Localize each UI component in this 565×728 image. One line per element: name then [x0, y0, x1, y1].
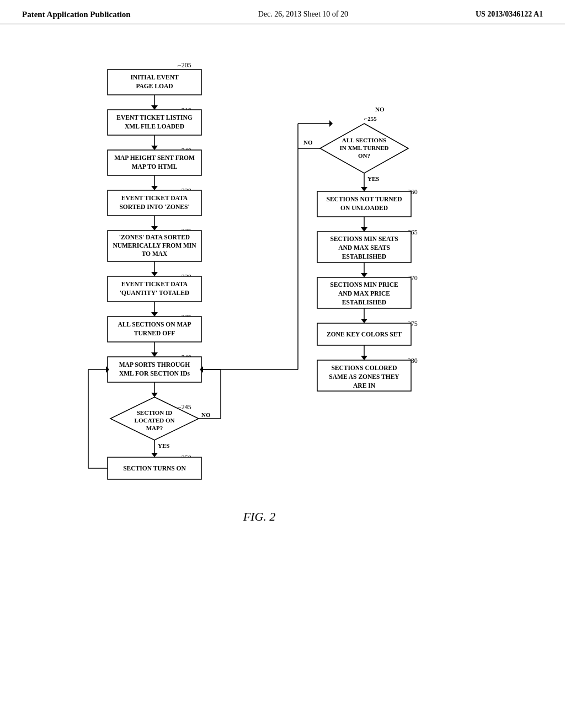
header-patent-number: US 2013/0346122 A1	[476, 10, 543, 19]
text-255-3: ON?	[358, 152, 370, 159]
text-280-1: SECTIONS COLORED	[331, 365, 397, 371]
text-240a-2: MAP TO HTML	[132, 163, 178, 170]
text-280-2: SAME AS ZONES THEY	[329, 373, 399, 380]
box-240a	[108, 150, 201, 175]
main-content: ⌐205 INITIAL EVENT PAGE LOAD ⌐210 EVENT …	[0, 24, 565, 683]
arrowhead-240-245	[151, 393, 158, 397]
label-yes-255: YES	[367, 175, 379, 182]
figure-caption: FIG. 2	[243, 510, 276, 523]
arrowhead-255-yes	[361, 187, 367, 191]
box-220	[108, 190, 201, 216]
arrowhead-205-210	[151, 105, 158, 110]
text-220-2: SORTED INTO 'ZONES'	[119, 204, 189, 210]
arrowhead-to-255	[329, 120, 333, 127]
text-225-2: NUMERICALLY FROM MIN	[113, 242, 196, 249]
arrowhead-275-280	[361, 356, 367, 360]
text-245-1: SECTION ID	[137, 409, 173, 416]
text-240b-2: XML FOR SECTION IDs	[119, 370, 190, 377]
text-275: ZONE KEY COLORS SET	[327, 331, 402, 338]
ref-255: ⌐255	[364, 115, 377, 122]
text-235-2: TURNED OFF	[134, 330, 175, 336]
arrowhead-245-yes	[151, 453, 158, 457]
arrowhead-270-275	[361, 319, 367, 323]
text-250: SECTION TURNS ON	[123, 465, 186, 472]
arrowhead-260-265	[361, 227, 367, 232]
text-205-1: INITIAL EVENT	[130, 74, 179, 81]
text-220-1: EVENT TICKET DATA	[121, 195, 188, 201]
text-270-2: AND MAX PRICE	[338, 290, 390, 297]
text-210-1: EVENT TICKET LISTING	[116, 114, 192, 121]
arrowhead-265-270	[361, 273, 367, 277]
header-date-sheet: Dec. 26, 2013 Sheet 10 of 20	[258, 10, 348, 19]
ref-205: ⌐205	[178, 61, 191, 69]
text-240b-1: MAP SORTS THROUGH	[119, 361, 190, 368]
text-255-1: ALL SECTIONS	[342, 137, 386, 143]
box-205	[108, 69, 201, 95]
text-260-2: ON UNLOADED	[340, 205, 388, 211]
text-235-1: ALL SECTIONS ON MAP	[118, 321, 191, 328]
text-255-2: IN XML TURNED	[339, 144, 388, 151]
text-265-1: SECTIONS MIN SEATS	[330, 235, 398, 242]
text-240a-1: MAP HEIGHT SENT FROM	[114, 154, 195, 161]
arrowhead-230-235	[151, 312, 158, 317]
text-280-3: ARE IN	[353, 382, 376, 389]
label-no-245: NO	[201, 411, 211, 418]
arrowhead-235-240	[151, 352, 158, 357]
box-210	[108, 110, 201, 135]
text-260-1: SECTIONS NOT TURNED	[327, 196, 402, 202]
label-no-255: NO	[303, 139, 313, 146]
header-publication-label: Patent Application Publication	[22, 10, 131, 19]
page-header: Patent Application Publication Dec. 26, …	[0, 0, 565, 24]
box-260	[317, 191, 411, 217]
text-230-2: 'QUANTITY' TOTALED	[120, 290, 189, 296]
arrowhead-210-240a	[151, 146, 158, 150]
text-225-3: TO MAX	[142, 250, 168, 257]
label-no-top: NO	[375, 106, 385, 113]
box-230	[108, 276, 201, 302]
text-225-1: 'ZONES' DATA SORTED	[119, 234, 190, 240]
text-270-1: SECTIONS MIN PRICE	[330, 281, 398, 288]
label-yes-245: YES	[158, 442, 169, 449]
text-205-2: PAGE LOAD	[136, 83, 173, 89]
box-235	[108, 317, 201, 342]
text-265-3: ESTABLISHED	[342, 253, 386, 260]
text-210-2: XML FILE LOADED	[125, 123, 184, 130]
text-270-3: ESTABLISHED	[342, 299, 386, 306]
text-245-2: LOCATED ON	[135, 417, 175, 424]
text-230-1: EVENT TICKET DATA	[121, 281, 188, 287]
arrowhead-225-230	[151, 272, 158, 276]
text-245-3: MAP?	[146, 425, 163, 431]
arrowhead-240a-220	[151, 186, 158, 190]
arrowhead-220-225	[151, 226, 158, 231]
flowchart-diagram: ⌐205 INITIAL EVENT PAGE LOAD ⌐210 EVENT …	[22, 41, 519, 664]
text-265-2: AND MAX SEATS	[338, 244, 390, 251]
box-240b	[108, 357, 201, 382]
